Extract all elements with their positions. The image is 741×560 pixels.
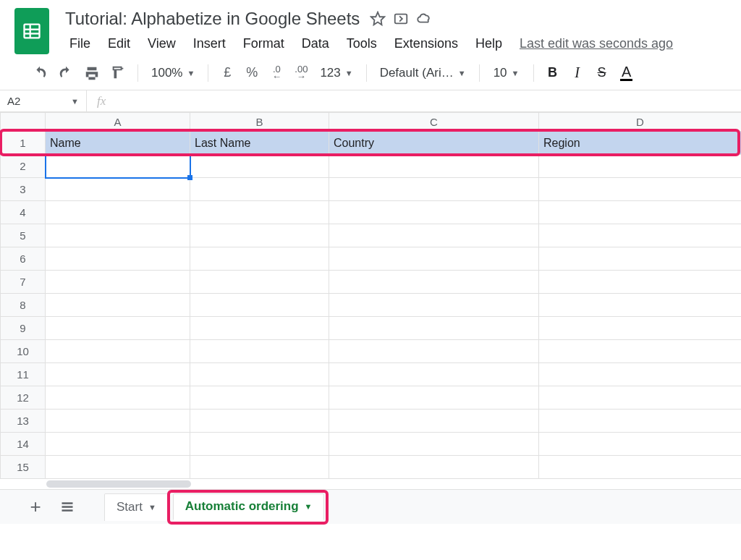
menu-format[interactable]: Format [236, 33, 292, 54]
strikethrough-button[interactable]: S [592, 63, 612, 83]
star-icon[interactable] [370, 11, 386, 27]
cell-B5[interactable] [190, 224, 329, 247]
print-icon[interactable] [81, 63, 103, 83]
cell-B15[interactable] [190, 456, 329, 479]
cell-C5[interactable] [329, 224, 539, 247]
row-header-10[interactable]: 10 [1, 340, 46, 363]
column-header-A[interactable]: A [46, 113, 190, 132]
cell-D6[interactable] [539, 247, 742, 271]
row-header-13[interactable]: 13 [1, 410, 46, 433]
menu-view[interactable]: View [140, 33, 183, 54]
menu-data[interactable]: Data [295, 33, 336, 54]
cell-C4[interactable] [329, 201, 539, 224]
paint-format-icon[interactable] [107, 63, 129, 83]
cell-A5[interactable] [46, 224, 190, 247]
all-sheets-icon[interactable] [54, 493, 81, 521]
cell-C15[interactable] [329, 456, 539, 479]
spreadsheet-grid[interactable]: ABCD1NameLast NameCountryRegion234567891… [0, 112, 741, 479]
cell-A10[interactable] [46, 340, 190, 363]
increase-decimal-button[interactable]: .00→ [291, 63, 311, 83]
cell-D5[interactable] [539, 224, 742, 247]
redo-icon[interactable] [55, 63, 77, 83]
move-icon[interactable] [393, 11, 409, 27]
cell-D4[interactable] [539, 201, 742, 224]
column-header-C[interactable]: C [329, 113, 539, 132]
last-edit-link[interactable]: Last edit was seconds ago [520, 36, 673, 51]
cell-A14[interactable] [46, 433, 190, 456]
document-title[interactable]: Tutorial: Alphabetize in Google Sheets [62, 7, 363, 30]
cell-D1[interactable]: Region [539, 132, 742, 155]
text-color-button[interactable]: A [617, 63, 637, 83]
cell-A12[interactable] [46, 386, 190, 410]
more-formats-dropdown[interactable]: 123▼ [316, 66, 357, 80]
cell-A8[interactable] [46, 294, 190, 317]
cell-B2[interactable] [190, 155, 329, 178]
row-header-8[interactable]: 8 [1, 294, 46, 317]
menu-edit[interactable]: Edit [101, 33, 137, 54]
cell-B12[interactable] [190, 386, 329, 410]
zoom-dropdown[interactable]: 100%▼ [147, 66, 199, 80]
cell-D12[interactable] [539, 386, 742, 410]
cell-C9[interactable] [329, 317, 539, 340]
sheet-tab-automatic-ordering[interactable]: Automatic ordering▼ [173, 493, 325, 521]
cell-D14[interactable] [539, 433, 742, 456]
row-header-2[interactable]: 2 [1, 155, 46, 178]
cell-B14[interactable] [190, 433, 329, 456]
menu-tools[interactable]: Tools [339, 33, 384, 54]
percent-button[interactable]: % [242, 63, 262, 83]
menu-extensions[interactable]: Extensions [387, 33, 465, 54]
row-header-14[interactable]: 14 [1, 433, 46, 456]
bold-button[interactable]: B [543, 63, 563, 83]
cell-C3[interactable] [329, 178, 539, 201]
cell-C14[interactable] [329, 433, 539, 456]
cell-B10[interactable] [190, 340, 329, 363]
cell-B4[interactable] [190, 201, 329, 224]
cell-D10[interactable] [539, 340, 742, 363]
italic-button[interactable]: I [567, 63, 588, 83]
cell-D3[interactable] [539, 178, 742, 201]
horizontal-scrollbar[interactable] [0, 479, 741, 489]
row-header-9[interactable]: 9 [1, 317, 46, 340]
row-header-11[interactable]: 11 [1, 363, 46, 386]
font-dropdown[interactable]: Default (Ari…▼ [376, 66, 470, 80]
menu-file[interactable]: File [62, 33, 98, 54]
cell-C12[interactable] [329, 386, 539, 410]
row-header-5[interactable]: 5 [1, 224, 46, 247]
cell-C13[interactable] [329, 410, 539, 433]
cell-C10[interactable] [329, 340, 539, 363]
cell-A1[interactable]: Name [46, 132, 190, 155]
menu-insert[interactable]: Insert [186, 33, 233, 54]
row-header-7[interactable]: 7 [1, 271, 46, 294]
cell-A2[interactable] [46, 155, 190, 178]
cell-B7[interactable] [190, 271, 329, 294]
row-header-15[interactable]: 15 [1, 456, 46, 479]
name-box[interactable]: A2▼ [0, 90, 87, 111]
cell-D8[interactable] [539, 294, 742, 317]
cell-B8[interactable] [190, 294, 329, 317]
row-header-4[interactable]: 4 [1, 201, 46, 224]
formula-input[interactable] [116, 90, 741, 111]
cell-A6[interactable] [46, 247, 190, 271]
cell-A7[interactable] [46, 271, 190, 294]
column-header-D[interactable]: D [539, 113, 742, 132]
cell-C8[interactable] [329, 294, 539, 317]
add-sheet-button[interactable]: + [22, 493, 49, 521]
cell-A9[interactable] [46, 317, 190, 340]
cell-A4[interactable] [46, 201, 190, 224]
cell-C2[interactable] [329, 155, 539, 178]
row-header-6[interactable]: 6 [1, 247, 46, 271]
cell-D9[interactable] [539, 317, 742, 340]
cell-A13[interactable] [46, 410, 190, 433]
cell-D2[interactable] [539, 155, 742, 178]
font-size-dropdown[interactable]: 10▼ [488, 66, 525, 80]
undo-icon[interactable] [29, 63, 51, 83]
menu-help[interactable]: Help [468, 33, 509, 54]
currency-button[interactable]: £ [217, 63, 237, 83]
sheet-tab-start[interactable]: Start▼ [104, 493, 169, 521]
row-header-3[interactable]: 3 [1, 178, 46, 201]
sheets-logo-icon[interactable] [14, 8, 49, 54]
row-header-1[interactable]: 1 [1, 132, 46, 155]
cell-D13[interactable] [539, 410, 742, 433]
cell-D15[interactable] [539, 456, 742, 479]
cell-C6[interactable] [329, 247, 539, 271]
